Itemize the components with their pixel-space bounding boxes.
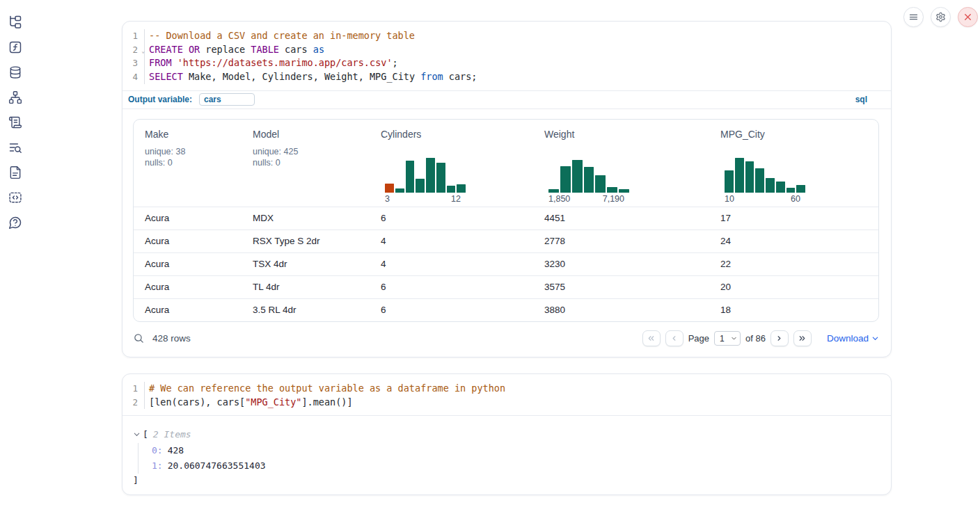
table-cell: TL 4dr [253,282,381,292]
line-number: 1 [122,29,145,43]
histogram-max-label: 7,190 [603,194,624,204]
histogram-min-label: 3 [385,194,390,204]
function-icon [8,40,22,54]
histogram-bar [385,184,394,193]
tree-item-key: 1: [152,460,163,471]
settings-button[interactable] [931,7,951,27]
database-icon [8,65,22,79]
menu-button[interactable] [903,7,924,27]
file-tree-icon [8,15,22,29]
tree-summary: 2 Items [153,429,191,440]
download-label: Download [827,333,869,344]
sidebar [0,0,31,507]
column-header[interactable]: Cylinders312 [381,129,544,207]
histogram-bar [755,168,764,192]
table-cell: Acura [145,259,253,269]
tree-item: 1:20.060747663551403 [152,458,891,474]
table-row[interactable]: AcuraMDX6445117 [134,207,878,230]
column-histogram[interactable]: 1,8507,190 [548,156,629,204]
table-cell: 20 [720,282,878,292]
table-cell: MDX [253,213,381,223]
gear-icon [935,12,946,22]
line-number: 2 [122,396,145,410]
data-table: Makeunique: 38nulls: 0Modelunique: 425nu… [133,119,879,322]
column-header[interactable]: MPG_City1060 [720,129,878,207]
column-name: Model [253,129,381,140]
column-header[interactable]: Modelunique: 425nulls: 0 [253,129,381,207]
column-header[interactable]: Weight1,8507,190 [544,129,720,207]
code-editor[interactable]: 1# We can reference the output variable … [122,374,891,416]
histogram-bar [426,158,435,193]
histogram-bar [457,184,466,193]
chevron-right-icon [775,334,784,343]
help-chat-icon [8,216,22,230]
sidebar-item-variables[interactable] [8,40,22,54]
list-search-icon [8,140,22,154]
column-name: Weight [544,129,720,140]
search-button[interactable] [133,332,145,344]
code-editor[interactable]: 1-- Download a CSV and create an in-memo… [122,22,891,91]
close-icon [963,12,973,22]
table-cell: 3575 [544,282,720,292]
column-stat: nulls: 0 [253,157,381,169]
code-snippet-icon [8,191,22,204]
prev-page-button[interactable] [665,330,683,346]
table-cell: 3880 [544,305,720,315]
page-label: Page [688,333,709,344]
notebook-controls [903,7,978,27]
sidebar-item-snippets[interactable] [8,191,22,204]
chevron-down-icon [731,335,737,341]
code-line: 4SELECT Make, Model, Cylinders, Weight, … [122,70,891,84]
table-cell: 4451 [544,213,720,223]
sidebar-item-dependency-graph[interactable] [8,90,22,104]
column-histogram[interactable]: 1060 [725,156,805,204]
column-stat: nulls: 0 [145,157,253,169]
line-number: 2⌄ [122,43,145,57]
network-icon [8,90,22,104]
sidebar-item-outline[interactable] [8,115,22,129]
sidebar-item-logs[interactable] [8,140,22,154]
column-histogram[interactable]: 312 [385,156,466,204]
column-header[interactable]: Makeunique: 38nulls: 0 [145,129,253,207]
tree-close-bracket: ] [133,474,891,488]
sidebar-item-documentation[interactable] [8,166,22,179]
histogram-bar [572,160,583,193]
next-page-button[interactable] [770,330,789,346]
table-row[interactable]: AcuraTL 4dr6357520 [134,275,878,298]
tree-root[interactable]: [ 2 Items [133,427,891,442]
page-select[interactable]: 1 [714,331,741,346]
download-button[interactable]: Download [827,333,879,344]
chevrons-right-icon [798,334,807,343]
last-page-button[interactable] [793,330,812,346]
table-cell: 6 [381,282,544,292]
histogram-bar [745,161,754,193]
column-stat: unique: 38 [145,146,253,158]
code-line: 1-- Download a CSV and create an in-memo… [122,29,891,43]
chevron-down-icon [133,430,141,438]
table-cell: 2778 [544,236,720,246]
page-total-label: of 86 [745,333,766,344]
column-name: Make [145,129,253,140]
chevron-left-icon [670,334,679,343]
table-cell: Acura [145,236,253,246]
histogram-bar [796,185,805,192]
histogram-bar [416,179,425,193]
code-line: 1# We can reference the output variable … [122,382,891,396]
tree-items: 0:4281:20.060747663551403 [138,443,891,474]
sidebar-item-file-explorer[interactable] [8,15,22,29]
table-cell: 18 [720,305,878,315]
sidebar-item-data-sources[interactable] [8,65,22,79]
sidebar-item-help[interactable] [8,216,22,230]
output-variable-label: Output variable: [128,95,192,104]
output-variable-input[interactable] [199,93,255,106]
table-row[interactable]: Acura3.5 RL 4dr6388018 [134,298,878,321]
table-cell: 4 [381,259,544,269]
shutdown-button[interactable] [958,7,978,27]
code-text: # We can reference the output variable a… [145,382,505,396]
histogram-max-label: 12 [451,194,461,204]
table-row[interactable]: AcuraTSX 4dr4323022 [134,252,878,275]
table-row[interactable]: AcuraRSX Type S 2dr4277824 [134,230,878,252]
sql-cell: 1-- Download a CSV and create an in-memo… [122,21,892,357]
first-page-button[interactable] [642,330,661,346]
histogram-bar [735,158,744,192]
